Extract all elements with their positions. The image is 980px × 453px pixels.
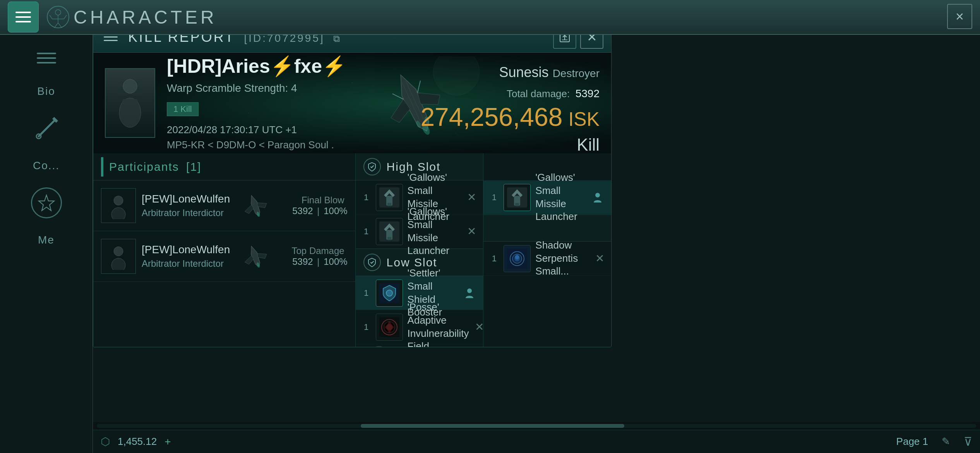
participants-panel: Participants [1] [PEW]LoneWulfen Arbitra…	[93, 153, 356, 347]
module-remove-adaptive[interactable]: ✕	[474, 321, 484, 333]
bottom-bar: ⬡ 1,455.12 + Page 1 ✎ ⊽	[93, 430, 980, 453]
participant-avatar-1	[101, 188, 136, 223]
kill-hero: [HDR]Aries⚡fxe⚡ Warp Scramble Strength: …	[93, 53, 611, 153]
shadow-module-name: Shadow Serpentis Small...	[535, 239, 589, 278]
shield-badge-icon-low	[367, 257, 377, 268]
kill-type-label: Kill	[577, 135, 600, 153]
high-slot-icon	[363, 158, 381, 175]
bottom-value: 1,455.12	[118, 436, 157, 448]
participant-row-2: [PEW]LoneWulfen Arbitrator Interdictor	[93, 231, 355, 282]
svg-rect-17	[122, 99, 138, 117]
right-module-remove[interactable]: ✕	[594, 253, 605, 264]
module-name-2: 'Gallows' Small Missile Launcher	[408, 205, 461, 257]
vitruvian-icon	[46, 5, 70, 29]
participant-stats-2: Top Damage 5392 | 100%	[280, 245, 347, 267]
adaptive-svg	[379, 317, 399, 337]
person-silhouette	[115, 78, 146, 128]
svg-marker-12	[39, 195, 54, 211]
left-sidebar: Bio Co... Me	[0, 35, 93, 453]
sidebar-combat-label: Co...	[33, 160, 60, 172]
svg-rect-50	[387, 237, 391, 240]
svg-point-53	[467, 288, 472, 293]
avatar-image	[106, 69, 154, 137]
participant-avatar-image-1	[105, 192, 132, 219]
star-icon	[37, 193, 56, 213]
low-slot-section: Low Slot 1 'Settler' Small Shield B	[356, 249, 483, 347]
participants-title: Participants [1]	[109, 160, 201, 173]
shield-badge-icon	[367, 162, 377, 172]
svg-point-1	[55, 10, 61, 15]
window-close-button[interactable]: ×	[947, 4, 972, 29]
svg-point-62	[595, 193, 600, 197]
left-slots-panel: High Slot 1 'Gallo	[356, 153, 484, 347]
filter-button[interactable]: ⊽	[964, 435, 972, 448]
arbitrator-ship-2	[236, 243, 274, 270]
top-bar: CHARACTER ×	[0, 0, 980, 35]
participant-ship-img-2	[236, 243, 274, 270]
sidebar-menu-button[interactable]	[35, 46, 58, 70]
bottom-icon: ⬡	[101, 435, 110, 448]
launcher-svg-1	[379, 187, 399, 208]
ship-name: Sunesis	[499, 64, 549, 81]
module-remove-2[interactable]: ✕	[466, 226, 477, 237]
isk-value: 274,256,468	[420, 103, 562, 131]
scroll-track	[97, 424, 976, 428]
svg-point-31	[111, 208, 125, 219]
right-person-icon	[590, 190, 605, 205]
participant-stats-1: Final Blow 5392 | 100%	[280, 195, 347, 216]
svg-point-30	[114, 196, 123, 205]
participant-name-1: [PEW]LoneWulfen	[142, 193, 230, 205]
slots-container: High Slot 1 'Gallo	[356, 153, 611, 347]
adaptive-field-icon	[376, 314, 403, 341]
kill-badge: 1 Kill	[167, 102, 199, 116]
hamburger-icon	[15, 12, 31, 22]
high-slot-module-2: 1 'Gallows' Small Missile Launcher ✕	[356, 214, 483, 249]
participant-info-2: [PEW]LoneWulfen Arbitrator Interdictor	[142, 244, 230, 269]
participant-ship-img-1	[236, 192, 274, 219]
sidebar-combat-button[interactable]	[31, 113, 62, 144]
module-name-adaptive: 'Posse' Adaptive Invulnerability Field	[408, 301, 469, 347]
low-slot-icon	[363, 254, 381, 271]
person-icon-1	[462, 285, 477, 301]
low-slot-module-3-partial	[356, 344, 483, 347]
kill-content: Participants [1] [PEW]LoneWulfen Arbitra…	[93, 153, 611, 347]
svg-line-5	[58, 23, 62, 28]
participants-header: Participants [1]	[93, 153, 355, 180]
horizontal-scrollbar[interactable]	[93, 422, 980, 430]
edit-button[interactable]: ✎	[942, 436, 950, 448]
right-low-slot-module: 1 Shadow Serpentis Small... ✕	[483, 242, 611, 276]
right-person-svg	[592, 192, 603, 203]
svg-line-7	[64, 15, 67, 19]
svg-line-4	[54, 23, 58, 28]
participant-percent-1: 100%	[324, 206, 347, 216]
total-damage-value: 5392	[576, 88, 600, 100]
person-svg-icon	[464, 287, 475, 299]
svg-rect-61	[515, 203, 519, 206]
module-remove-1[interactable]: ✕	[466, 192, 477, 203]
right-slots-panel: 1 'Gallows' Small Missile Launcher	[483, 153, 611, 347]
partial-slot-icon	[371, 346, 387, 347]
svg-point-15	[123, 79, 137, 93]
bottom-plus: +	[164, 436, 171, 448]
total-damage-label: Total damage:	[507, 88, 570, 100]
svg-point-37	[114, 247, 123, 256]
sidebar-me-button[interactable]	[31, 187, 62, 218]
combat-icon	[33, 115, 60, 142]
svg-point-52	[386, 290, 392, 296]
shield-booster-icon	[376, 280, 403, 307]
participants-count: [1]	[186, 160, 201, 173]
shield-booster-svg	[379, 283, 399, 303]
kill-report-panel: KILL REPORT [ID:7072995] ⧉ ✕	[93, 21, 612, 347]
right-module-name: 'Gallows' Small Missile Launcher	[535, 171, 585, 223]
menu-button[interactable]	[8, 2, 39, 33]
svg-line-6	[50, 15, 52, 19]
right-high-slot-module: 1 'Gallows' Small Missile Launcher	[483, 180, 611, 214]
kill-info-right: Sunesis Destroyer Total damage: 5392 274…	[420, 64, 600, 153]
svg-point-38	[111, 258, 125, 270]
sidebar-me-label: Me	[38, 234, 55, 246]
isk-label: ISK	[568, 108, 600, 130]
sidebar-bio-label: Bio	[37, 85, 55, 98]
shadow-svg	[507, 249, 527, 269]
right-launcher-icon	[504, 184, 531, 211]
participant-ship-2: Arbitrator Interdictor	[142, 258, 230, 269]
